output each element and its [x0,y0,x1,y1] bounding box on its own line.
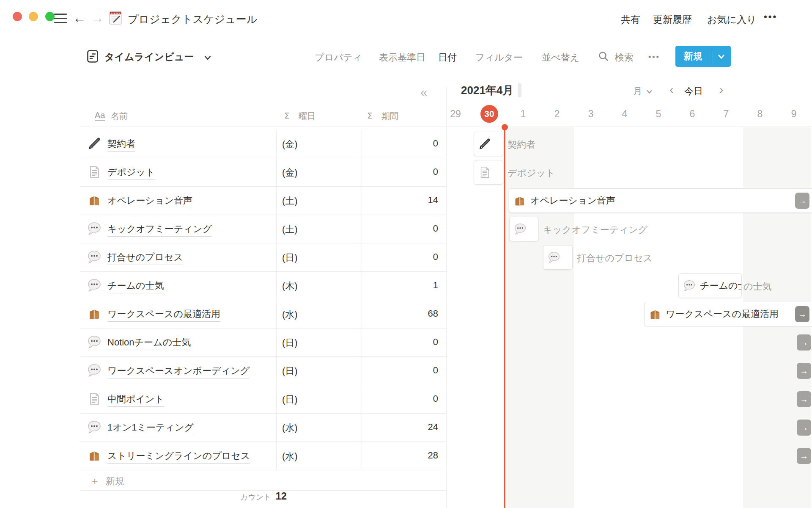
timeline-card[interactable] [474,132,503,156]
traffic-light-close[interactable] [13,12,22,21]
row-duration-cell[interactable]: 0 [362,337,438,348]
row-name-link[interactable]: 中間ポイント [107,393,164,407]
row-icon [87,335,102,351]
duration-column-header[interactable]: 期間 [381,110,398,122]
collapse-table-button[interactable]: « [420,86,428,99]
page-icon [87,392,102,406]
row-name-link[interactable]: 打合せのプロセス [107,251,183,265]
today-badge: 30 [480,105,498,123]
speech-icon [87,222,102,235]
speech-icon [87,364,102,377]
sidebar-menu-icon[interactable] [54,14,67,23]
timeline-card[interactable] [509,217,539,241]
day-label: 6 [675,104,709,124]
today-button[interactable]: 今日 [684,85,703,98]
prev-month-button[interactable]: ‹ [669,83,673,96]
package-icon [87,193,102,207]
item-overflow-label[interactable]: デポジット [508,167,555,179]
item-overflow-label[interactable]: の士気 [743,280,772,293]
row-duration-cell[interactable]: 0 [362,251,438,262]
row-day-cell[interactable]: (金) [282,138,298,151]
day-label: 3 [574,104,608,124]
row-duration-cell[interactable]: 0 [362,365,438,376]
row-duration-cell[interactable]: 1 [362,280,438,291]
pen-icon [87,137,102,150]
chevron-down-icon [646,88,653,95]
row-day-cell[interactable]: (日) [282,337,298,349]
row-day-cell[interactable]: (土) [282,195,298,207]
timeline-card[interactable]: チームの士気 [678,273,742,298]
count-value: 12 [275,490,287,502]
item-overflow-label[interactable]: 打合せのプロセス [577,252,653,265]
jump-to-item-arrow-button[interactable]: → [797,420,811,436]
today-line-dot [502,124,508,130]
timeline-panel: 2021年4月 月 ‹ 今日 › 2930123456789 契約者 デポジット… [447,0,812,508]
open-item-arrow-button[interactable]: → [795,193,809,209]
row-day-cell[interactable]: (水) [282,308,298,321]
item-overflow-label[interactable]: 契約者 [508,138,535,151]
row-icon [87,449,102,464]
name-column-header[interactable]: 名前 [111,110,128,122]
back-arrow[interactable]: ← [73,10,86,25]
jump-to-item-arrow-button[interactable]: → [797,363,811,379]
row-name-link[interactable]: ワークスペースの最適活用 [107,308,220,322]
item-title: ワークスペースの最適活用 [666,308,779,320]
traffic-light-minimize[interactable] [29,12,38,21]
row-name-link[interactable]: キックオフミーティング [107,223,212,237]
jump-to-item-arrow-button[interactable]: → [797,334,811,351]
row-name-link[interactable]: ストリーミングラインのプロセス [107,450,250,464]
day-column-header[interactable]: 曜日 [299,110,315,122]
timeline-card[interactable] [474,160,503,185]
row-name-link[interactable]: チームの士気 [107,279,164,293]
view-title-button[interactable]: タイムラインビュー [104,50,194,64]
speech-icon [87,420,102,434]
chevron-down-icon [204,54,211,61]
row-name-link[interactable]: 1オン1ミーティング [107,421,194,435]
row-duration-cell[interactable]: 68 [362,308,438,319]
item-overflow-label[interactable]: キックオフミーティング [543,224,647,236]
table-row: ワークスペースオンボーディング (日) 0 [80,357,447,385]
row-duration-cell[interactable]: 24 [362,422,438,433]
row-duration-cell[interactable]: 0 [362,393,438,404]
row-name-link[interactable]: デポジット [107,166,155,180]
row-name-link[interactable]: Notionチームの士気 [107,336,191,350]
traffic-light-zoom[interactable] [45,12,55,21]
day-label: 1 [506,104,540,124]
row-name-link[interactable]: オペレーション音声 [107,194,192,208]
table-row: ストリーミングラインのプロセス (水) 28 [80,442,447,470]
package-icon [87,307,102,320]
jump-to-item-arrow-button[interactable]: → [797,391,811,407]
row-duration-cell[interactable]: 0 [362,138,438,149]
jump-to-item-arrow-button[interactable]: → [797,448,811,464]
row-day-cell[interactable]: (日) [282,393,298,406]
forward-arrow[interactable]: → [91,10,104,25]
row-icon [87,420,102,436]
row-day-cell[interactable]: (日) [282,365,298,378]
page-icon [478,166,491,179]
timeline-scale-select[interactable]: 月 [633,85,642,98]
day-label: 4 [608,104,642,124]
row-day-cell[interactable]: (土) [282,223,298,236]
row-day-cell[interactable]: (日) [282,251,298,264]
row-day-cell[interactable]: (金) [282,166,298,179]
row-name-link[interactable]: ワークスペースオンボーディング [107,364,250,378]
row-icon [87,279,102,294]
row-duration-cell[interactable]: 0 [362,223,438,234]
row-name-link[interactable]: 契約者 [107,138,135,152]
open-item-arrow-button[interactable]: → [795,306,809,322]
next-month-button[interactable]: › [719,83,723,96]
timeline-bar[interactable]: ワークスペースの最適活用→ [644,302,812,326]
timeline-bar[interactable]: オペレーション音声→ [509,188,812,213]
add-row-button[interactable]: ＋新規 [80,470,447,491]
page-title[interactable]: プロジェクトスケジュール [128,12,257,26]
row-day-cell[interactable]: (木) [282,280,298,293]
count-footer[interactable]: カウント 12 [80,490,447,507]
row-duration-cell[interactable]: 14 [362,195,438,206]
timeline-card[interactable] [543,245,573,270]
date-basis-menu[interactable]: 表示基準日 [379,51,425,64]
properties-menu[interactable]: プロパティ [315,51,362,64]
row-duration-cell[interactable]: 0 [362,166,438,177]
row-day-cell[interactable]: (水) [282,422,298,434]
row-duration-cell[interactable]: 28 [362,450,438,461]
row-day-cell[interactable]: (水) [282,450,298,463]
